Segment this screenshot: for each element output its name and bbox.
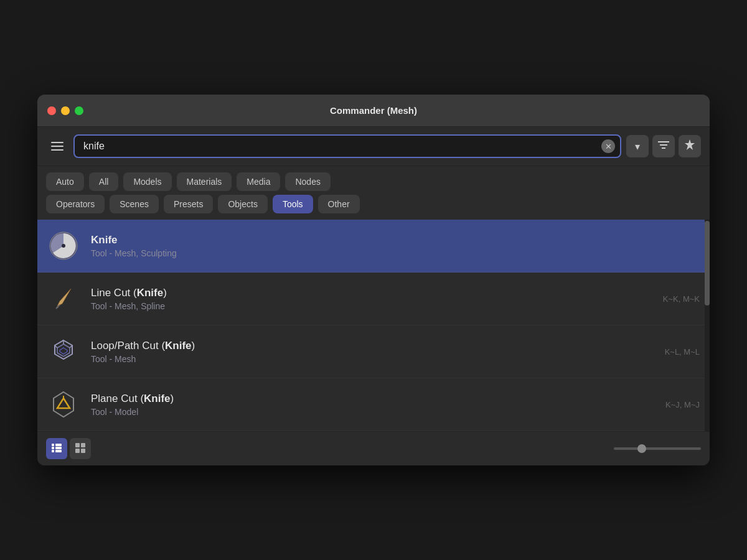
result-item-loopcut[interactable]: Loop/Path Cut (Knife) Tool - Mesh K~L, M… <box>37 325 710 378</box>
menu-button[interactable] <box>46 135 68 157</box>
result-subtitle-linecut: Tool - Mesh, Spline <box>91 301 682 311</box>
chevron-down-icon: ▾ <box>635 141 640 152</box>
scrollbar-thumb[interactable] <box>705 221 710 306</box>
result-subtitle-loopcut: Tool - Mesh <box>91 354 682 364</box>
result-text-loopcut: Loop/Path Cut (Knife) Tool - Mesh <box>91 339 682 364</box>
result-icon-knife <box>46 228 81 263</box>
svg-point-4 <box>62 244 65 248</box>
search-clear-button[interactable]: ✕ <box>601 139 615 153</box>
toolbar-actions: ▾ <box>626 135 701 157</box>
search-input[interactable] <box>73 134 621 158</box>
filter-objects[interactable]: Objects <box>218 195 267 213</box>
result-subtitle-knife: Tool - Mesh, Sculpting <box>91 248 682 258</box>
app-window: Commander (Mesh) ✕ ▾ <box>37 95 710 465</box>
list-view-icon <box>52 444 62 454</box>
result-item-knife[interactable]: Knife Tool - Mesh, Sculpting <box>37 220 710 273</box>
filter-icon <box>658 141 669 152</box>
result-shortcut-loopcut: K~L, M~L <box>665 347 700 357</box>
result-icon-loopcut <box>46 334 81 369</box>
pin-button[interactable] <box>679 135 701 157</box>
svg-rect-17 <box>52 447 54 449</box>
grid-view-button[interactable] <box>70 438 91 459</box>
svg-rect-21 <box>75 443 80 447</box>
close-button[interactable] <box>47 106 56 115</box>
hamburger-icon <box>51 149 63 151</box>
filter-row-1: Auto All Models Materials Media Nodes <box>46 172 701 191</box>
clear-icon: ✕ <box>605 142 612 151</box>
size-slider[interactable] <box>614 447 701 450</box>
result-name-bold-linecut: Knife <box>137 287 164 299</box>
results-list: Knife Tool - Mesh, Sculpting Line Cut (K… <box>37 220 710 431</box>
dropdown-button[interactable]: ▾ <box>626 135 649 157</box>
result-name-bold-loopcut: Knife <box>165 340 192 352</box>
window-title: Commander (Mesh) <box>330 105 417 116</box>
hamburger-icon <box>51 146 63 147</box>
filter-presets[interactable]: Presets <box>164 195 213 213</box>
hamburger-icon <box>51 142 63 143</box>
bottom-bar <box>37 431 710 465</box>
svg-rect-18 <box>55 447 62 449</box>
toolbar: ✕ ▾ <box>37 127 710 166</box>
result-name-knife: Knife <box>91 233 682 247</box>
filter-categories: Auto All Models Materials Media Nodes Op… <box>37 166 710 213</box>
svg-rect-19 <box>52 450 54 452</box>
list-view-button[interactable] <box>46 438 67 459</box>
result-name-bold-planecut: Knife <box>144 393 171 404</box>
filter-scenes[interactable]: Scenes <box>110 195 159 213</box>
svg-rect-24 <box>81 449 85 453</box>
filter-other[interactable]: Other <box>318 195 360 213</box>
result-icon-linecut <box>46 281 81 316</box>
svg-marker-7 <box>57 344 70 357</box>
minimize-button[interactable] <box>61 106 70 115</box>
svg-rect-20 <box>55 450 62 452</box>
scrollbar-track <box>705 220 710 431</box>
result-name-loopcut: Loop/Path Cut (Knife) <box>91 339 682 353</box>
result-text-planecut: Plane Cut (Knife) Tool - Model <box>91 392 682 417</box>
pin-icon <box>685 139 695 153</box>
result-subtitle-planecut: Tool - Model <box>91 407 682 417</box>
filter-auto[interactable]: Auto <box>46 172 84 191</box>
filter-nodes[interactable]: Nodes <box>285 172 330 191</box>
filter-tools[interactable]: Tools <box>273 195 313 213</box>
svg-rect-15 <box>52 444 54 446</box>
filter-row-2: Operators Scenes Presets Objects Tools O… <box>46 195 701 213</box>
filter-all[interactable]: All <box>89 172 119 191</box>
filter-operators[interactable]: Operators <box>46 195 105 213</box>
result-item-planecut[interactable]: Plane Cut (Knife) Tool - Model K~J, M~J <box>37 378 710 431</box>
maximize-button[interactable] <box>75 106 83 115</box>
svg-rect-23 <box>75 449 80 453</box>
result-name-bold: Knife <box>91 234 118 246</box>
result-text-knife: Knife Tool - Mesh, Sculpting <box>91 233 682 258</box>
svg-marker-13 <box>57 398 70 408</box>
result-name-linecut: Line Cut (Knife) <box>91 286 682 300</box>
result-shortcut-planecut: K~J, M~J <box>665 400 700 409</box>
grid-view-icon <box>75 443 85 455</box>
size-slider-container <box>614 447 701 450</box>
view-mode-buttons <box>46 438 91 459</box>
result-icon-planecut <box>46 387 81 422</box>
result-text-linecut: Line Cut (Knife) Tool - Mesh, Spline <box>91 286 682 311</box>
result-item-linecut[interactable]: Line Cut (Knife) Tool - Mesh, Spline K~K… <box>37 273 710 325</box>
result-shortcut-linecut: K~K, M~K <box>663 294 700 304</box>
filter-media[interactable]: Media <box>237 172 280 191</box>
titlebar: Commander (Mesh) <box>37 95 710 127</box>
svg-rect-16 <box>55 444 62 446</box>
svg-rect-22 <box>81 443 85 447</box>
search-container: ✕ <box>73 134 621 158</box>
filter-materials[interactable]: Materials <box>177 172 232 191</box>
svg-marker-8 <box>60 348 67 354</box>
filter-button[interactable] <box>652 135 675 157</box>
traffic-lights <box>47 106 83 115</box>
filter-models[interactable]: Models <box>123 172 171 191</box>
result-name-planecut: Plane Cut (Knife) <box>91 392 682 406</box>
